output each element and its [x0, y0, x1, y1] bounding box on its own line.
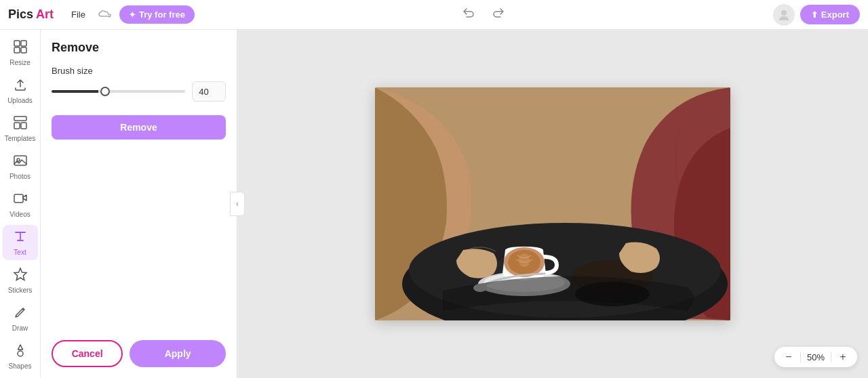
svg-point-23	[519, 253, 530, 267]
redo-button[interactable]	[489, 3, 508, 26]
topbar-center	[201, 3, 766, 26]
apply-button[interactable]: Apply	[130, 340, 226, 367]
svg-rect-5	[14, 117, 26, 121]
svg-rect-4	[21, 47, 26, 53]
sidebar-item-shapes[interactable]: Shapes	[3, 339, 38, 374]
avatar-button[interactable]	[773, 4, 795, 26]
star-icon: ✦	[129, 10, 136, 20]
sidebar-item-stickers[interactable]: Stickers	[3, 263, 38, 298]
svg-rect-3	[14, 47, 20, 53]
svg-rect-6	[14, 123, 20, 129]
zoom-controls: − 50% +	[774, 347, 857, 367]
sidebar-item-resize[interactable]: Resize	[3, 35, 38, 70]
brush-size-label: Brush size	[52, 66, 226, 76]
sidebar-label-resize: Resize	[9, 59, 31, 66]
draw-icon	[13, 305, 28, 323]
panel-bottom: Cancel Apply	[52, 333, 226, 367]
file-menu-button[interactable]: File	[66, 7, 91, 22]
cloud-icon[interactable]	[98, 7, 113, 22]
panel-title: Remove	[52, 41, 226, 55]
sidebar-item-templates[interactable]: Templates	[3, 111, 38, 146]
export-label: Export	[821, 9, 849, 20]
sidebar-item-text[interactable]: Text	[3, 225, 38, 260]
zoom-value: 50%	[805, 352, 827, 362]
tool-panel: Remove Brush size Remove Cancel Apply ‹	[41, 30, 237, 378]
templates-icon	[13, 115, 28, 133]
shapes-icon	[13, 343, 28, 361]
svg-rect-2	[21, 41, 26, 46]
text-icon	[13, 229, 28, 247]
svg-rect-8	[14, 156, 26, 165]
sidebar-label-draw: Draw	[12, 324, 28, 332]
brush-size-input[interactable]	[192, 81, 226, 102]
sidebar-label-templates: Templates	[5, 135, 36, 142]
icon-sidebar: Resize Uploads Templates Photos	[0, 30, 41, 378]
canvas-area: − 50% +	[237, 30, 868, 378]
sidebar-label-stickers: Stickers	[8, 287, 33, 294]
collapse-panel-toggle[interactable]: ‹	[230, 192, 245, 216]
topbar: PicsArt File ✦ Try for free ⬆ Export	[0, 0, 868, 30]
svg-point-25	[575, 282, 650, 306]
svg-marker-11	[14, 268, 26, 280]
brush-size-slider[interactable]	[52, 90, 185, 93]
sidebar-item-uploads[interactable]: Uploads	[3, 73, 38, 108]
export-button[interactable]: ⬆ Export	[800, 5, 860, 24]
export-icon: ⬆	[811, 10, 818, 20]
svg-point-0	[781, 10, 787, 16]
videos-icon	[13, 191, 28, 209]
sidebar-item-photos[interactable]: Photos	[3, 149, 38, 184]
cancel-button[interactable]: Cancel	[52, 340, 123, 367]
canvas-image	[375, 87, 730, 320]
brush-size-row	[52, 81, 226, 102]
undo-button[interactable]	[459, 3, 478, 26]
sidebar-label-text: Text	[14, 249, 26, 256]
try-free-button[interactable]: ✦ Try for free	[119, 5, 195, 24]
sidebar-item-draw[interactable]: Draw	[3, 301, 38, 336]
try-free-label: Try for free	[139, 9, 185, 20]
svg-rect-7	[21, 123, 26, 129]
sidebar-label-videos: Videos	[9, 211, 30, 218]
topbar-right: ⬆ Export	[773, 4, 860, 26]
logo-art: Art	[36, 7, 54, 22]
logo[interactable]: PicsArt	[8, 7, 54, 22]
logo-pic: Pics	[8, 7, 33, 22]
stickers-icon	[13, 267, 28, 285]
zoom-in-button[interactable]: +	[835, 350, 850, 364]
sidebar-label-shapes: Shapes	[9, 362, 32, 370]
zoom-divider	[800, 352, 801, 362]
zoom-divider-2	[831, 352, 831, 362]
resize-icon	[13, 39, 28, 58]
sidebar-label-uploads: Uploads	[7, 97, 33, 104]
main: Resize Uploads Templates Photos	[0, 30, 868, 378]
photos-icon	[13, 153, 28, 171]
svg-rect-10	[14, 194, 23, 203]
uploads-icon	[13, 77, 28, 96]
svg-point-12	[18, 351, 23, 356]
svg-rect-1	[14, 41, 20, 46]
zoom-out-button[interactable]: −	[781, 350, 796, 364]
sidebar-item-videos[interactable]: Videos	[3, 187, 38, 222]
remove-button[interactable]: Remove	[52, 115, 226, 140]
svg-point-9	[17, 159, 20, 161]
sidebar-label-photos: Photos	[9, 173, 31, 180]
